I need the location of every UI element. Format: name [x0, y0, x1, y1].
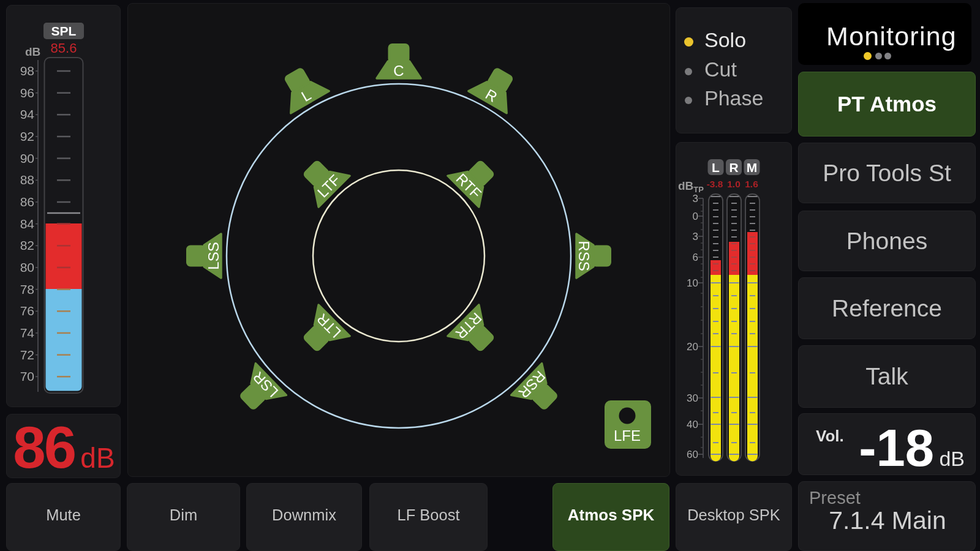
svg-text:LSS: LSS — [205, 242, 222, 269]
svg-text:72: 72 — [20, 348, 34, 362]
svg-text:-3.8: -3.8 — [707, 179, 723, 189]
svg-text:1.6: 1.6 — [745, 179, 758, 189]
svg-text:RSS: RSS — [576, 241, 592, 271]
svg-text:86: 86 — [20, 195, 34, 209]
svg-text:82: 82 — [20, 238, 34, 252]
svg-text:3: 3 — [693, 231, 698, 242]
svg-text:88: 88 — [20, 173, 34, 187]
svg-text:94: 94 — [20, 107, 35, 121]
svg-text:76: 76 — [20, 304, 34, 318]
svg-text:1.0: 1.0 — [727, 179, 741, 189]
svg-text:6: 6 — [693, 252, 698, 263]
svg-text:30: 30 — [687, 392, 698, 404]
svg-text:90: 90 — [20, 151, 34, 165]
svg-text:0: 0 — [693, 211, 698, 222]
svg-text:R: R — [729, 160, 738, 174]
svg-text:3: 3 — [693, 193, 698, 204]
svg-text:70: 70 — [20, 369, 34, 383]
svg-text:74: 74 — [20, 326, 35, 340]
svg-text:dB: dB — [25, 45, 40, 58]
svg-text:dBTP: dBTP — [678, 179, 704, 194]
svg-text:60: 60 — [687, 449, 698, 460]
svg-text:84: 84 — [20, 217, 35, 231]
svg-text:92: 92 — [20, 129, 34, 143]
svg-text:80: 80 — [20, 260, 34, 274]
svg-text:C: C — [393, 62, 404, 79]
svg-text:SPL: SPL — [51, 24, 77, 38]
svg-text:20: 20 — [687, 341, 698, 353]
svg-text:85.6: 85.6 — [51, 40, 77, 56]
svg-text:LFE: LFE — [614, 427, 641, 444]
svg-text:L: L — [712, 160, 720, 174]
svg-text:10: 10 — [687, 277, 698, 289]
svg-text:M: M — [747, 160, 758, 174]
svg-text:96: 96 — [20, 86, 34, 100]
svg-text:78: 78 — [20, 282, 34, 296]
svg-text:98: 98 — [20, 64, 34, 78]
svg-text:40: 40 — [687, 419, 698, 430]
